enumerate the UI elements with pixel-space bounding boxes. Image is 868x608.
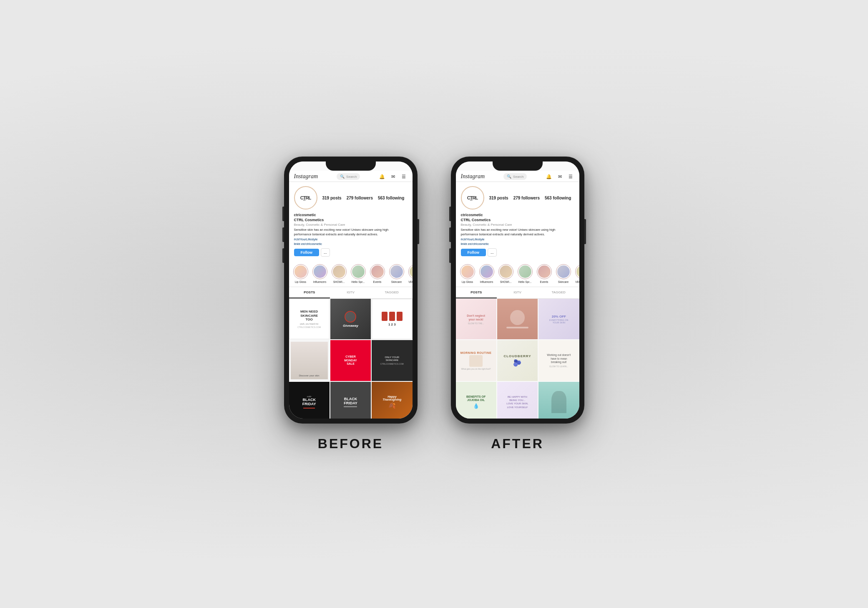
before-post-4-bg: Discover your skin	[291, 342, 328, 379]
before-post-7[interactable]: sale BLACKFRIDAY	[289, 382, 330, 419]
after-more-button[interactable]: ...	[488, 248, 497, 257]
before-followers-stat: 279 followers	[347, 196, 373, 200]
before-following-count: 563 following	[378, 196, 404, 200]
after-story-6[interactable]: Skincare	[556, 264, 571, 283]
before-post-9[interactable]: HappyThanksgiving 🍂	[372, 382, 412, 419]
before-post-7-inner: sale BLACKFRIDAY	[289, 382, 330, 419]
after-story-circle-4	[518, 264, 533, 279]
before-more-button[interactable]: ...	[321, 248, 330, 257]
after-ig-logo: Instagram	[461, 173, 485, 180]
before-follow-button[interactable]: Follow	[294, 249, 320, 256]
before-story-1[interactable]: Lip Gloss	[293, 264, 308, 283]
after-post-5[interactable]: CLOUDBERRY 🫐	[497, 340, 538, 381]
before-phone-frame: Instagram 🔍 Search 🔔 ✉ ☰	[284, 156, 418, 424]
before-post-2-text: Giveaway	[343, 324, 358, 328]
before-post-5[interactable]: CYBERMONDAYSALE	[330, 340, 371, 381]
before-tab-posts[interactable]: POSTS	[289, 287, 330, 298]
after-post-6-sub: GLOW TO LEARN...	[549, 365, 569, 368]
before-tab-tagged[interactable]: TAGGED	[371, 287, 413, 298]
after-story-3[interactable]: SHOWI...	[498, 264, 513, 283]
after-header-icons: 🔔 ✉ ☰	[546, 173, 574, 180]
after-following-stat: 563 following	[545, 196, 571, 200]
before-post-3[interactable]: 1 2 3	[372, 299, 412, 339]
before-story-7[interactable]: VECINOS...	[408, 264, 413, 283]
before-instagram-screen[interactable]: Instagram 🔍 Search 🔔 ✉ ☰	[289, 161, 413, 419]
bell-icon[interactable]: 🔔	[379, 173, 385, 180]
after-tab-tagged[interactable]: TAGGED	[538, 287, 579, 298]
before-story-6[interactable]: Skincare	[389, 264, 404, 283]
after-tab-posts[interactable]: POSTS	[456, 287, 497, 298]
before-post-8[interactable]: BLACKFRIDAY	[330, 382, 371, 419]
before-post-2[interactable]: Giveaway	[330, 299, 371, 339]
after-story-label-7: VECINOS...	[575, 280, 579, 283]
after-story-7[interactable]: VECINOS...	[575, 264, 579, 283]
before-post-3-bottles	[382, 312, 403, 321]
after-tab-igtv[interactable]: IGTV	[497, 287, 538, 298]
after-post-9[interactable]	[538, 382, 579, 419]
after-story-label-6: Skincare	[558, 280, 569, 283]
send-icon[interactable]: ✉	[390, 173, 396, 180]
after-brand-name: CTRL Cosmetics	[461, 218, 574, 222]
before-label: BEFORE	[318, 436, 383, 452]
before-post-1[interactable]: MEN NEEDSKINCARETOO yeah, you heard me C…	[289, 299, 330, 339]
before-search-bar[interactable]: 🔍 Search	[337, 173, 360, 180]
before-story-5[interactable]: Events	[370, 264, 385, 283]
after-posts-stat: 319 posts	[489, 196, 508, 200]
before-story-circle-3	[332, 264, 347, 279]
after-story-2[interactable]: Influencers	[479, 264, 494, 283]
before-post-6-url: CTRLCOSMETICS.COM	[380, 363, 404, 365]
before-story-label-6: Skincare	[391, 280, 402, 283]
before-avatar: CTRL	[294, 186, 317, 209]
after-story-1[interactable]: Lip Gloss	[460, 264, 475, 283]
after-post-7[interactable]: BENEFITS OFJOJOBA OIL 💧	[456, 382, 496, 419]
after-post-1-inner: Don't neglectyour neck! GLOW TO THE...	[456, 299, 496, 339]
after-followers-count: 279 followers	[513, 196, 540, 200]
before-story-circle-5	[370, 264, 385, 279]
before-post-7-line	[303, 408, 315, 409]
after-story-label-3: SHOWI...	[500, 280, 511, 283]
before-post-1-text: MEN NEEDSKINCARETOO	[300, 310, 318, 322]
after-ig-header: Instagram 🔍 Search 🔔 ✉ ☰	[456, 171, 579, 182]
after-post-9-person	[551, 391, 566, 414]
before-notch	[326, 161, 376, 171]
before-story-circle-6	[389, 264, 404, 279]
after-post-6[interactable]: Working out doesn'thave to meanbreaking …	[538, 340, 579, 381]
after-story-5[interactable]: Events	[537, 264, 552, 283]
before-story-img-1	[294, 265, 307, 278]
before-story-4[interactable]: Hello Spr...	[351, 264, 366, 283]
before-post-6[interactable]: ONLY YOURSKINCARE CTRLCOSMETICS.COM	[372, 340, 412, 381]
before-post-3-inner: 1 2 3	[372, 299, 412, 339]
before-post-4[interactable]: Discover your skin	[289, 340, 330, 381]
before-profile-actions: Follow ...	[294, 248, 408, 257]
after-bell-icon[interactable]: 🔔	[546, 173, 552, 180]
after-post-8[interactable]: BE HAPPY WITHBEING YOU...LOVE YOUR SKIN,…	[497, 382, 538, 419]
after-phone-inner: Instagram 🔍 Search 🔔 ✉ ☰	[456, 161, 579, 419]
before-story-2[interactable]: Influencers	[312, 264, 327, 283]
after-post-1[interactable]: Don't neglectyour neck! GLOW TO THE...	[456, 299, 496, 339]
after-instagram-screen[interactable]: Instagram 🔍 Search 🔔 ✉ ☰	[456, 161, 579, 419]
before-link[interactable]: linktr.ee/ctrlcosmetic	[294, 242, 408, 246]
before-story-3[interactable]: SHOWI...	[332, 264, 347, 283]
before-story-img-2	[314, 265, 326, 278]
after-post-4-img	[469, 355, 483, 367]
after-post-4[interactable]: MORNING ROUTINE What gets you on the rig…	[456, 340, 496, 381]
after-bio: Sensitive skin has an exciting new voice…	[461, 228, 574, 237]
after-follow-button[interactable]: Follow	[461, 249, 486, 256]
before-tab-igtv[interactable]: IGTV	[330, 287, 371, 298]
after-menu-icon[interactable]: ☰	[567, 173, 574, 180]
after-post-2[interactable]	[497, 299, 538, 339]
after-story-circle-6	[556, 264, 571, 279]
after-search-bar[interactable]: 🔍 Search	[503, 173, 527, 180]
after-stats: 319 posts 279 followers 563 following	[489, 196, 571, 200]
after-post-3[interactable]: 20% OFF EVERYTHING ONYOUR SKIN	[538, 299, 579, 339]
before-story-label-2: Influencers	[313, 280, 327, 283]
after-post-7-inner: BENEFITS OFJOJOBA OIL 💧	[456, 382, 496, 419]
before-post-4-text: Discover your skin	[299, 374, 320, 377]
after-post-6-inner: Working out doesn'thave to meanbreaking …	[538, 340, 579, 381]
after-link[interactable]: linktr.ee/ctrlcosmetic	[461, 242, 574, 246]
before-posts-count: 319 posts	[322, 196, 342, 200]
before-post-2-circle	[345, 311, 356, 323]
after-story-4[interactable]: Hello Spr...	[518, 264, 533, 283]
menu-icon[interactable]: ☰	[400, 173, 407, 180]
after-send-icon[interactable]: ✉	[556, 173, 563, 180]
